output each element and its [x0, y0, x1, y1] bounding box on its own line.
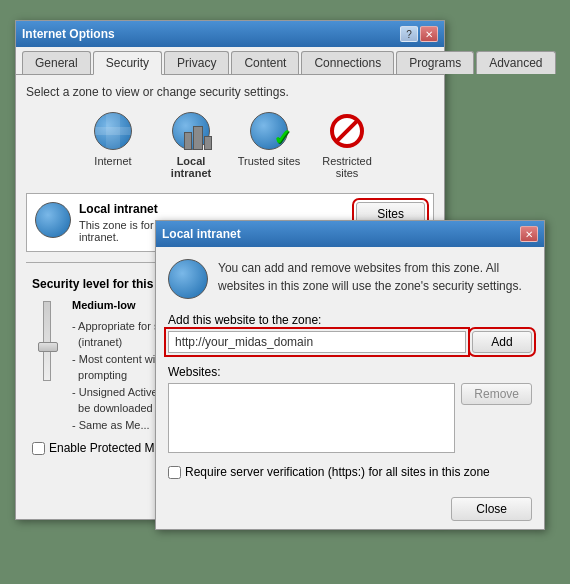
internet-zone-label: Internet: [94, 155, 131, 167]
close-dialog-button[interactable]: Close: [451, 497, 532, 521]
dialog-info: You can add and remove websites from thi…: [168, 259, 532, 299]
main-title-bar: Internet Options ? ✕: [16, 21, 444, 47]
dialog-footer: Close: [168, 493, 532, 521]
internet-zone-icon: [93, 111, 133, 151]
website-input[interactable]: [168, 331, 466, 353]
remove-btn-area: Remove: [461, 383, 532, 459]
tab-advanced[interactable]: Advanced: [476, 51, 555, 74]
dialog-content: You can add and remove websites from thi…: [156, 247, 544, 533]
restricted-icon-wrap: [328, 112, 366, 150]
remove-button[interactable]: Remove: [461, 383, 532, 405]
tab-connections[interactable]: Connections: [301, 51, 394, 74]
https-checkbox[interactable]: [168, 466, 181, 479]
trusted-zone-label: Trusted sites: [238, 155, 301, 167]
tab-privacy[interactable]: Privacy: [164, 51, 229, 74]
dialog-title-buttons: ✕: [520, 226, 538, 242]
intranet-zone-label: Local intranet: [156, 155, 226, 179]
security-slider-area: [32, 297, 62, 433]
dialog-info-text: You can add and remove websites from thi…: [218, 259, 532, 295]
security-slider-thumb[interactable]: [38, 342, 58, 352]
websites-label: Websites:: [168, 365, 532, 379]
zone-intranet[interactable]: Local intranet: [156, 111, 226, 179]
local-intranet-dialog: Local intranet ✕ You can add and remove …: [155, 220, 545, 530]
intranet-buildings: [184, 126, 212, 150]
no-sign-icon: [330, 114, 364, 148]
building-2: [193, 126, 203, 150]
zone-info-title: Local intranet: [79, 202, 348, 216]
dialog-globe-icon: [168, 259, 208, 299]
restricted-zone-label: Restrictedsites: [322, 155, 372, 179]
tab-bar: General Security Privacy Content Connect…: [16, 47, 444, 75]
tab-general[interactable]: General: [22, 51, 91, 74]
title-bar-buttons: ? ✕: [400, 26, 438, 42]
zone-info-globe-icon: [35, 202, 71, 238]
tab-programs[interactable]: Programs: [396, 51, 474, 74]
internet-globe: [94, 112, 132, 150]
close-dialog-title-button[interactable]: ✕: [520, 226, 538, 242]
checkmark-icon: ✓: [273, 125, 291, 151]
zone-description: Select a zone to view or change security…: [26, 85, 434, 99]
dialog-input-row: Add: [168, 331, 532, 353]
protected-mode-checkbox[interactable]: [32, 442, 45, 455]
zone-restricted[interactable]: Restrictedsites: [312, 111, 382, 179]
zone-trusted[interactable]: ✓ Trusted sites: [234, 111, 304, 179]
help-button[interactable]: ?: [400, 26, 418, 42]
trusted-zone-icon: ✓: [249, 111, 289, 151]
restricted-zone-icon: [327, 111, 367, 151]
building-1: [184, 132, 192, 150]
security-slider-track[interactable]: [43, 301, 51, 381]
dialog-title: Local intranet: [162, 227, 241, 241]
trusted-globe: ✓: [250, 112, 288, 150]
zones-container: Internet Local intranet: [26, 111, 434, 179]
zone-internet[interactable]: Internet: [78, 111, 148, 179]
websites-area: Remove: [168, 383, 532, 459]
intranet-icon-wrap: [172, 112, 210, 150]
close-main-button[interactable]: ✕: [420, 26, 438, 42]
add-button[interactable]: Add: [472, 331, 532, 353]
tab-security[interactable]: Security: [93, 51, 162, 75]
websites-list: [168, 383, 455, 453]
main-window-title: Internet Options: [22, 27, 115, 41]
intranet-zone-icon: [171, 111, 211, 151]
building-3: [204, 136, 212, 150]
dialog-field-label: Add this website to the zone:: [168, 313, 532, 327]
dialog-title-bar: Local intranet ✕: [156, 221, 544, 247]
https-label: Require server verification (https:) for…: [185, 465, 490, 479]
https-checkbox-row: Require server verification (https:) for…: [168, 465, 532, 479]
tab-content[interactable]: Content: [231, 51, 299, 74]
